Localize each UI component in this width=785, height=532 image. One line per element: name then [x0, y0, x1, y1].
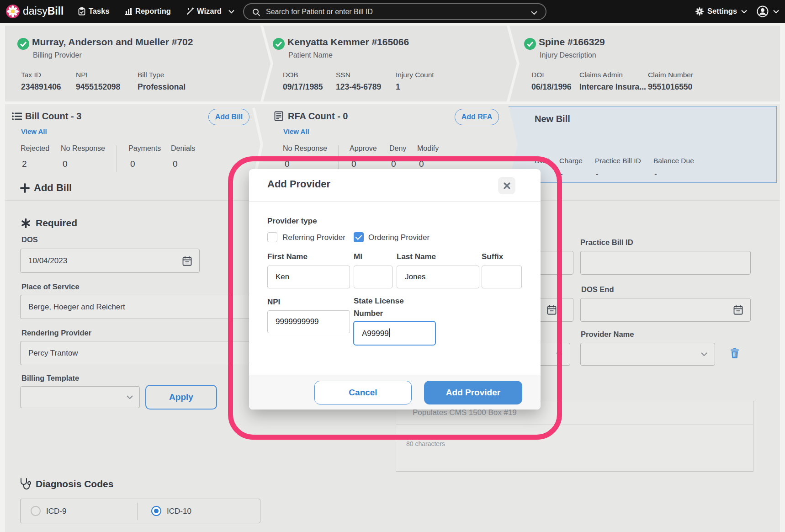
add-bill-button[interactable]: Add Bill [208, 109, 249, 125]
wizard-icon [186, 7, 195, 16]
practice-bill-id-label: Practice Bill ID [580, 238, 633, 247]
field-value: 9551016550 [648, 82, 692, 92]
nav-item-reporting[interactable]: Reporting [135, 7, 171, 16]
reporting-icon [124, 7, 133, 16]
search-input[interactable]: Search for Patient or enter Bill ID [243, 3, 546, 20]
field-value: 1 [396, 82, 400, 92]
ordering-provider-label[interactable]: Ordering Provider [368, 233, 430, 242]
npi-label: NPI [267, 298, 280, 307]
calendar-icon[interactable] [733, 305, 743, 315]
check-circle-icon [17, 38, 29, 50]
text-cursor [389, 329, 390, 337]
provider-name-select[interactable] [580, 343, 715, 366]
brand-wordmark[interactable]: daisyBill [23, 5, 64, 17]
new-bill-title: New Bill [535, 114, 570, 124]
search-icon [252, 8, 260, 16]
practice-bill-id-input[interactable] [580, 251, 751, 275]
rendering-provider-label: Rendering Provider [21, 329, 91, 337]
chevron-down-icon [701, 352, 707, 356]
bill-count-title: Bill Count - 3 [25, 111, 81, 122]
referring-provider-checkbox[interactable] [267, 232, 277, 242]
dos-end-label: DOS End [581, 285, 614, 294]
stat-divider [338, 145, 339, 172]
provider-name-label: Provider Name [581, 330, 634, 339]
suffix-label: Suffix [482, 252, 503, 261]
billing-provider-card[interactable]: Murray, Anderson and Mueller #702 Billin… [5, 26, 271, 101]
mi-label: MI [354, 252, 362, 261]
calendar-icon[interactable] [182, 256, 192, 266]
stat-divider [117, 145, 117, 172]
search-chevron-down-icon[interactable] [531, 11, 537, 15]
modal-title: Add Provider [267, 178, 330, 190]
field-value: Professional [138, 82, 186, 92]
cancel-button[interactable]: Cancel [314, 381, 412, 404]
settings-chevron-down-icon [741, 10, 747, 14]
icd10-radio[interactable] [151, 506, 161, 516]
stat-value: 0 [391, 159, 396, 169]
patient-card[interactable]: Kenyatta Kemmer #165066 Patient Name DOB… [263, 26, 517, 101]
billing-template-label: Billing Template [21, 374, 79, 383]
dos-end-input[interactable] [580, 298, 751, 322]
card-subtitle: Billing Provider [33, 51, 82, 59]
new-bill-card[interactable]: New Bill DOS - Charge - Practice Bill ID… [509, 106, 777, 183]
stat-label: Practice Bill ID [595, 157, 641, 165]
rfa-count-title: RFA Count - 0 [288, 111, 348, 122]
card-title: Kenyatta Kemmer #165066 [287, 37, 409, 48]
bill-list-icon [12, 112, 22, 121]
field-value: 09/17/1985 [283, 82, 323, 92]
nav-item-wizard[interactable]: Wizard [197, 7, 222, 16]
icd10-label[interactable]: ICD-10 [167, 507, 191, 516]
field-value: 123-45-6789 [336, 82, 381, 92]
field-label: SSN [336, 71, 350, 79]
icd-radio-group: ICD-9 ICD-10 [20, 499, 260, 523]
suffix-input[interactable] [482, 266, 522, 288]
required-asterisk-icon [21, 218, 31, 228]
field-value: 9455152098 [76, 82, 120, 92]
top-navbar: daisyBill Tasks Reporting Wizard [0, 0, 785, 23]
field-label: Tax ID [21, 71, 41, 79]
stat-value: - [596, 170, 599, 179]
card-title: Murray, Anderson and Mueller #702 [32, 37, 193, 48]
user-account-icon[interactable] [757, 5, 769, 17]
add-provider-button[interactable]: Add Provider [424, 381, 522, 404]
mi-input[interactable] [354, 266, 392, 288]
notes-field-container: Populates CMS 1500 Box #19 80 characters [396, 401, 753, 472]
calendar-icon[interactable] [547, 305, 557, 315]
state-license-input[interactable]: A99999 [353, 321, 436, 346]
icd9-label[interactable]: ICD-9 [46, 507, 66, 516]
dos-input[interactable]: 10/04/2023 [20, 249, 200, 273]
gear-icon [695, 7, 704, 16]
injury-card[interactable]: Spine #166329 Injury Description DOI 06/… [509, 26, 780, 101]
billing-template-select[interactable] [20, 386, 140, 408]
stat-label: Balance Due [653, 157, 694, 165]
close-icon[interactable] [498, 177, 515, 194]
apply-button[interactable]: Apply [145, 385, 217, 410]
plus-icon [20, 183, 30, 193]
nav-item-tasks[interactable]: Tasks [89, 7, 110, 16]
rfa-view-all-link[interactable]: View All [283, 128, 309, 135]
rfa-document-icon [274, 111, 283, 121]
first-name-input[interactable]: Ken [267, 266, 350, 288]
field-label: Claim Number [648, 71, 693, 79]
daisybill-logo-icon[interactable] [6, 5, 20, 18]
icd9-radio[interactable] [31, 506, 41, 516]
stat-value: 0 [285, 159, 290, 169]
nav-item-settings[interactable]: Settings [707, 7, 737, 16]
add-provider-modal: Add Provider Provider type Referring Pro… [249, 169, 541, 410]
bill-view-all-link[interactable]: View All [21, 128, 47, 135]
ordering-provider-checkbox[interactable] [354, 232, 364, 242]
stat-value: - [560, 170, 563, 179]
tasks-icon [78, 7, 86, 16]
add-rfa-button[interactable]: Add RFA [455, 109, 499, 125]
notes-textarea-placeholder[interactable]: Populates CMS 1500 Box #19 [413, 408, 517, 417]
dos-label: DOS [21, 235, 38, 244]
card-subtitle: Patient Name [288, 51, 333, 59]
referring-provider-label[interactable]: Referring Provider [282, 233, 345, 242]
state-license-label: State License Number [354, 295, 434, 319]
last-name-input[interactable]: Jones [397, 266, 479, 288]
trash-icon[interactable] [730, 348, 739, 358]
field-value: 234891406 [21, 82, 61, 92]
npi-input[interactable]: 9999999999 [267, 310, 350, 333]
card-title: Spine #166329 [539, 37, 605, 48]
stat-value: 0 [130, 159, 135, 169]
